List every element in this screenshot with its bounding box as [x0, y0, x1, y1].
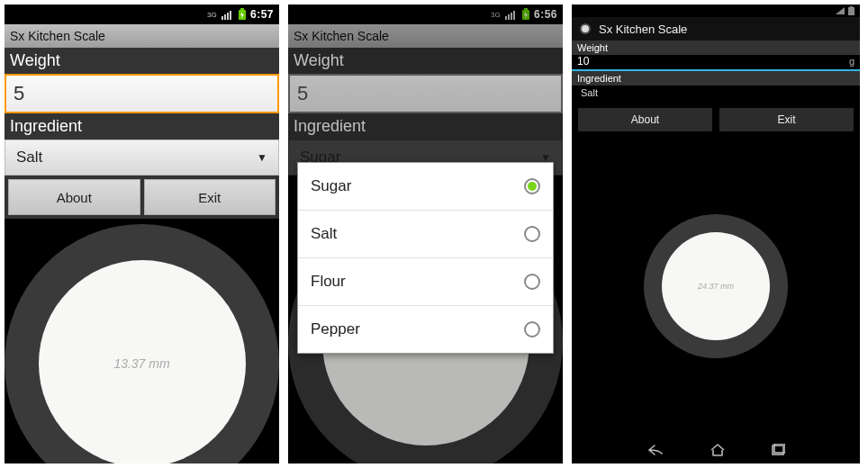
dropdown-item-label: Pepper: [311, 320, 360, 338]
svg-rect-4: [230, 11, 231, 20]
spinner-value: Salt: [581, 87, 598, 98]
weight-label: Weight: [572, 40, 860, 55]
button-row: About Exit: [5, 176, 279, 219]
disc-measurement: 13.37 mm: [113, 356, 169, 371]
dropdown-item-label: Salt: [311, 225, 337, 243]
svg-rect-2: [224, 14, 226, 20]
app-icon: [577, 21, 593, 37]
screenshot-2: 3G 6:56 Sx Kitchen Scale Weight Ingredie…: [288, 4, 563, 464]
nav-bar: [572, 436, 860, 464]
weight-label: Weight: [5, 48, 279, 74]
svg-point-18: [582, 25, 589, 32]
svg-rect-1: [222, 16, 223, 20]
exit-button[interactable]: Exit: [719, 107, 854, 132]
chevron-down-icon: ▼: [257, 151, 267, 164]
svg-rect-15: [848, 7, 854, 15]
weight-input[interactable]: [5, 74, 279, 113]
signal-icon: [836, 7, 845, 14]
svg-rect-16: [850, 6, 853, 7]
svg-text:3G: 3G: [207, 11, 217, 19]
weight-unit: g: [849, 56, 854, 67]
recents-icon[interactable]: [771, 444, 785, 456]
ingredient-spinner[interactable]: Salt: [572, 86, 860, 104]
screenshot-1: 3G 6:57 Sx Kitchen Scale Weight Ingredie…: [5, 4, 279, 464]
disc-measurement: 24.37 mm: [698, 282, 734, 291]
ingredient-label: Ingredient: [572, 71, 860, 86]
battery-icon: [848, 6, 854, 15]
weight-input-row: g: [572, 55, 860, 71]
status-bar: 3G 6:57: [5, 4, 279, 24]
radio-icon: [524, 274, 540, 290]
clock-text: 6:57: [250, 8, 274, 21]
exit-button[interactable]: Exit: [144, 179, 276, 215]
about-button[interactable]: About: [8, 179, 140, 215]
battery-icon: [238, 8, 247, 21]
app-title: Sx Kitchen Scale: [599, 22, 687, 36]
dropdown-item-label: Flour: [311, 273, 346, 291]
spinner-value: Salt: [16, 148, 42, 166]
screenshot-3: Sx Kitchen Scale Weight g Ingredient Sal…: [572, 4, 860, 464]
about-button[interactable]: About: [577, 107, 713, 132]
scale-area: 24.37 mm: [572, 136, 860, 436]
dropdown-item-salt[interactable]: Salt: [298, 211, 553, 258]
home-icon[interactable]: [710, 444, 726, 456]
dropdown-item-pepper[interactable]: Pepper: [298, 306, 553, 353]
ingredient-spinner[interactable]: Salt ▼: [5, 140, 279, 176]
scale-disc: 13.37 mm: [39, 260, 246, 464]
status-bar: [572, 4, 860, 17]
dropdown-item-label: Sugar: [311, 177, 351, 195]
ingredient-dropdown: Sugar Salt Flour Pepper: [297, 162, 554, 354]
svg-marker-14: [836, 7, 845, 14]
back-icon[interactable]: [646, 444, 665, 456]
svg-rect-3: [227, 13, 229, 20]
svg-rect-6: [240, 8, 244, 10]
app-title: Sx Kitchen Scale: [10, 29, 105, 43]
dropdown-item-sugar[interactable]: Sugar: [298, 163, 553, 211]
scale-disc: 24.37 mm: [662, 232, 770, 340]
radio-icon: [524, 178, 540, 194]
ingredient-label: Ingredient: [5, 113, 279, 140]
weight-input[interactable]: [577, 55, 849, 68]
radio-icon: [524, 226, 540, 242]
dropdown-item-flour[interactable]: Flour: [298, 258, 553, 306]
scale-area: 13.37 mm: [5, 219, 279, 464]
radio-icon: [524, 321, 540, 338]
title-bar: Sx Kitchen Scale: [572, 17, 860, 40]
title-bar: Sx Kitchen Scale: [5, 24, 279, 48]
network-3g-icon: 3G: [207, 9, 218, 20]
signal-icon: [222, 9, 234, 20]
scale-ring: 24.37 mm: [644, 214, 788, 358]
scale-ring: 13.37 mm: [5, 224, 279, 464]
button-row: About Exit: [572, 104, 860, 136]
